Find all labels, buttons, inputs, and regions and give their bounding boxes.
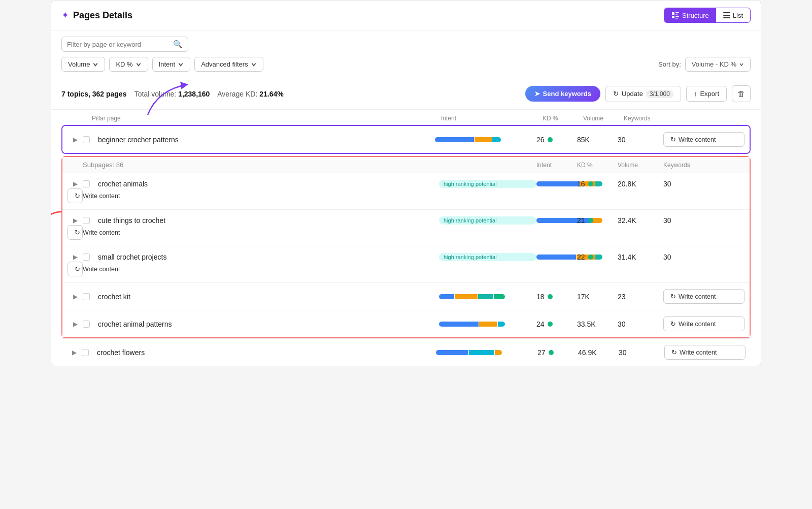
intent-seg xyxy=(439,322,479,327)
pillar-row-name: beginner crochet patterns xyxy=(98,136,435,144)
subpage-0-volume: 20.8K xyxy=(618,180,663,188)
sort-wrap: Sort by: Volume - KD % xyxy=(658,57,751,72)
svg-rect-7 xyxy=(723,15,730,16)
volume-filter-label: Volume xyxy=(68,60,90,68)
subpages-container: Subpages: 86 Intent KD % Volume Keywords… xyxy=(61,156,751,338)
summary-actions: ➤ Send keywords ↻ Update 3/1,000 ↑ Expor… xyxy=(525,85,751,102)
subpage-2-volume: 31.4K xyxy=(618,253,663,261)
star-icon: ✦ xyxy=(61,10,69,21)
sort-label: Sort by: xyxy=(658,60,681,68)
subpage-0-expand[interactable]: ▶ xyxy=(67,179,83,188)
keywords-col-header: Keywords xyxy=(624,115,669,122)
subpage-4-name: crochet animal patterns xyxy=(98,320,435,328)
subpage-1-write-label: Write content xyxy=(83,229,120,236)
volume-filter-button[interactable]: Volume xyxy=(61,57,105,72)
search-input[interactable] xyxy=(67,41,170,48)
subpage-row: ▶ crochet animal patterns 24 33.5K 30 xyxy=(62,310,750,337)
pillar-keywords: 30 xyxy=(618,136,663,144)
subpage-3-volume: 17K xyxy=(577,293,618,301)
subpage-2-expand[interactable]: ▶ xyxy=(67,252,83,262)
advanced-filters-button[interactable]: Advanced filters xyxy=(194,57,263,72)
total-volume-label: Total volume: xyxy=(134,90,176,98)
advanced-filters-label: Advanced filters xyxy=(201,60,248,68)
delete-button[interactable]: 🗑 xyxy=(732,85,751,102)
structure-icon xyxy=(671,11,680,19)
pillar-intent-bar xyxy=(435,137,501,142)
view-toggle: Structure List xyxy=(664,8,751,23)
kd-dot xyxy=(548,294,553,299)
svg-rect-0 xyxy=(672,12,674,15)
export-button[interactable]: ↑ Export xyxy=(686,86,727,102)
intent-seg xyxy=(469,350,494,355)
list-view-button[interactable]: List xyxy=(716,8,750,22)
intent-seg xyxy=(536,254,576,260)
intent-seg-cyan xyxy=(492,137,501,142)
subpage-4-expand[interactable]: ▶ xyxy=(67,320,83,329)
pillar-expand-button[interactable]: ▶ xyxy=(67,135,83,144)
intent-seg-orange xyxy=(475,137,492,142)
pillar-write-button[interactable]: ↻ Write content xyxy=(663,132,745,147)
subpages-section: Subpages: 86 Intent KD % Volume Keywords… xyxy=(61,156,751,338)
kd-dot xyxy=(588,218,593,223)
list-icon xyxy=(723,12,730,19)
pillar-row: ▶ beginner crochet patterns 26 85K 30 ↻ … xyxy=(62,126,750,153)
subpage-4-write-button[interactable]: ↻ Write content xyxy=(663,316,745,331)
subpages-label: Subpages: 86 xyxy=(83,161,435,169)
svg-rect-2 xyxy=(672,16,674,18)
avg-kd: 21.64% xyxy=(259,90,283,98)
subpage-1-name: cute things to crochet xyxy=(98,216,435,225)
pillar-checkbox[interactable] xyxy=(83,136,90,143)
svg-rect-8 xyxy=(723,17,730,18)
intent-seg xyxy=(494,294,505,299)
write-icon: ↻ xyxy=(670,320,676,328)
subpages-kd-header: KD % xyxy=(577,162,618,169)
subpage-3-expand[interactable]: ▶ xyxy=(67,292,83,301)
subpage-1-checkbox[interactable] xyxy=(83,217,90,224)
subpage-3-checkbox[interactable] xyxy=(83,293,90,300)
subpage-2-kd: 22 xyxy=(577,253,618,261)
write-icon: ↻ xyxy=(670,136,676,143)
filter-buttons: Volume KD % Intent Advanced filters xyxy=(61,57,263,72)
subpage-0-write-button[interactable]: ↻ Write content xyxy=(67,188,83,203)
search-wrap[interactable]: 🔍 xyxy=(61,37,188,52)
intent-seg xyxy=(439,294,454,299)
subpage-0-checkbox[interactable] xyxy=(83,180,90,187)
update-button[interactable]: ↻ Update 3/1,000 xyxy=(605,86,681,102)
outside-write-button[interactable]: ↻ Write content xyxy=(664,345,746,360)
subpage-4-checkbox[interactable] xyxy=(83,321,90,328)
subpage-3-write-button[interactable]: ↻ Write content xyxy=(663,289,745,304)
subpages-keywords-header: Keywords xyxy=(663,162,745,169)
subpage-4-intent xyxy=(439,322,505,327)
subpage-row: ▶ cute things to crochet high ranking po… xyxy=(62,210,750,246)
subpage-4-volume: 33.5K xyxy=(577,320,618,328)
pillar-kd-cell: 26 xyxy=(536,136,577,144)
write-icon: ↻ xyxy=(75,192,80,200)
kd-filter-label: KD % xyxy=(116,60,132,68)
subpage-1-write-button[interactable]: ↻ Write content xyxy=(67,225,83,240)
subpage-0-write-label: Write content xyxy=(83,193,120,200)
chevron-down-icon xyxy=(136,61,142,68)
topics-count: 7 topics, 362 pages xyxy=(61,90,126,98)
sort-select[interactable]: Volume - KD % xyxy=(685,57,751,72)
chevron-down-icon xyxy=(92,61,98,68)
intent-seg xyxy=(498,322,505,327)
kd-filter-button[interactable]: KD % xyxy=(109,57,148,72)
outside-expand[interactable]: ▶ xyxy=(66,348,82,357)
write-icon: ↻ xyxy=(671,348,677,356)
write-icon: ↻ xyxy=(75,265,80,273)
subpage-2-write-button[interactable]: ↻ Write content xyxy=(67,262,83,276)
intent-filter-button[interactable]: Intent xyxy=(152,57,191,72)
export-label: Export xyxy=(700,90,719,98)
kd-col-header: KD % xyxy=(543,115,583,122)
intent-seg xyxy=(478,294,493,299)
outside-checkbox[interactable] xyxy=(82,349,89,356)
subpage-2-name: small crochet projects xyxy=(98,253,435,261)
subpage-1-expand[interactable]: ▶ xyxy=(67,216,83,225)
intent-seg-blue xyxy=(435,137,474,142)
structure-view-button[interactable]: Structure xyxy=(664,8,716,22)
svg-rect-5 xyxy=(675,14,678,15)
send-keywords-button[interactable]: ➤ Send keywords xyxy=(525,86,600,102)
subpage-row: ▶ crochet kit 18 17K 23 xyxy=(62,283,750,310)
subpage-row: ▶ crochet animals high ranking potential… xyxy=(62,173,750,210)
subpage-2-checkbox[interactable] xyxy=(83,253,90,261)
